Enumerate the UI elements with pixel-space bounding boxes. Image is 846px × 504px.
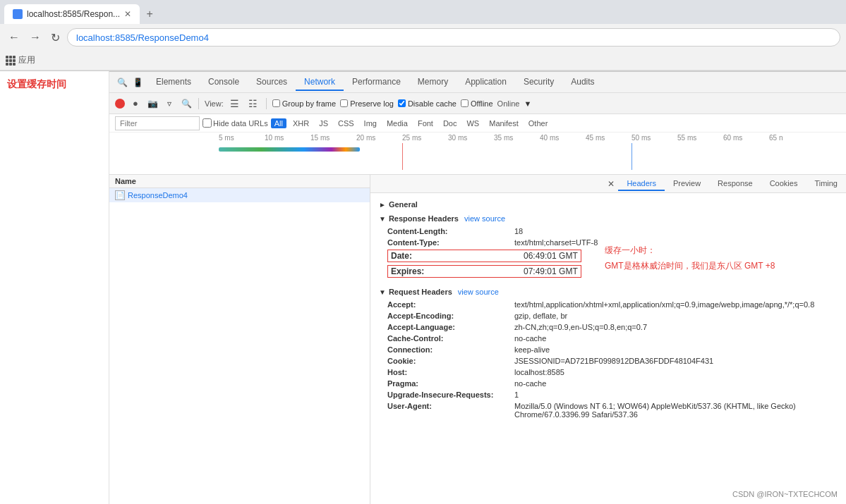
- timeline-marker-blue: [632, 143, 632, 170]
- tab-audits[interactable]: Audits: [562, 74, 603, 91]
- stop-icon[interactable]: ●: [129, 97, 142, 110]
- header-value-content-length: 18: [514, 227, 838, 235]
- tab-elements[interactable]: Elements: [147, 74, 200, 91]
- header-value-accept: text/html,application/xhtml+xml,applicat…: [514, 300, 838, 309]
- filter-type-img[interactable]: Img: [361, 118, 380, 128]
- disable-cache-checkbox[interactable]: Disable cache: [398, 99, 457, 108]
- filter-type-other[interactable]: Other: [525, 118, 552, 128]
- request-headers-view-source[interactable]: view source: [458, 288, 499, 296]
- header-row-upgrade: Upgrade-Insecure-Requests: 1: [379, 389, 838, 400]
- header-row-content-length: Content-Length: 18: [379, 226, 838, 237]
- view-list-icon[interactable]: ☰: [228, 97, 242, 111]
- preserve-log-checkbox[interactable]: Preserve log: [340, 99, 394, 108]
- header-row-cache-control: Cache-Control: no-cache: [379, 333, 838, 344]
- detail-tab-preview[interactable]: Preview: [665, 177, 709, 191]
- annotation-text-2: GMT是格林威治时间，我们是东八区 GMT +8: [605, 261, 775, 271]
- new-tab-button[interactable]: +: [140, 4, 159, 24]
- header-value-pragma: no-cache: [514, 379, 838, 388]
- header-name-expires: Expires:: [391, 266, 518, 276]
- filter-type-manifest[interactable]: Manifest: [485, 118, 522, 128]
- offline-checkbox[interactable]: Offline: [461, 99, 493, 108]
- request-row-responseDemo4[interactable]: 📄 ResponseDemo4: [109, 188, 370, 202]
- offline-input[interactable]: [461, 99, 469, 107]
- general-section-header[interactable]: ► General: [379, 197, 838, 211]
- tab-sources[interactable]: Sources: [248, 74, 296, 91]
- apps-button[interactable]: 应用: [6, 54, 35, 66]
- detail-tab-headers[interactable]: Headers: [618, 177, 665, 191]
- header-name-cache-control: Cache-Control:: [387, 334, 514, 343]
- group-by-frame-checkbox[interactable]: Group by frame: [272, 99, 336, 108]
- separator: [198, 98, 199, 109]
- record-button[interactable]: [115, 99, 125, 109]
- back-button[interactable]: ←: [6, 28, 23, 47]
- forward-button[interactable]: →: [27, 28, 44, 47]
- dropdown-icon[interactable]: ▼: [524, 99, 531, 108]
- header-name-content-length: Content-Length:: [387, 227, 514, 235]
- group-by-frame-input[interactable]: [272, 99, 280, 107]
- filter-type-font[interactable]: Font: [414, 118, 437, 128]
- tl-35ms: 35 ms: [494, 134, 540, 142]
- tab-console[interactable]: Console: [200, 74, 248, 91]
- tab-application[interactable]: Application: [457, 74, 515, 91]
- tl-60ms: 60 ms: [723, 134, 769, 142]
- device-icon[interactable]: 📱: [131, 75, 145, 90]
- tl-30ms: 30 ms: [448, 134, 494, 142]
- filter-type-media[interactable]: Media: [383, 118, 411, 128]
- view-label: View:: [205, 99, 224, 108]
- tab-security[interactable]: Security: [515, 74, 562, 91]
- search-icon[interactable]: 🔍: [180, 97, 193, 110]
- header-value-upgrade: 1: [514, 391, 838, 399]
- detail-tab-response[interactable]: Response: [709, 177, 761, 191]
- apps-grid-icon: [6, 56, 16, 66]
- filter-input[interactable]: [115, 116, 200, 130]
- refresh-button[interactable]: ↻: [48, 28, 63, 47]
- header-name-accept: Accept:: [387, 300, 514, 309]
- header-name-upgrade: Upgrade-Insecure-Requests:: [387, 391, 514, 399]
- network-toolbar: ● 📷 ▿ 🔍 View: ☰ ☷ Group by frame Preserv…: [109, 93, 846, 114]
- detail-close-button[interactable]: ✕: [604, 177, 618, 191]
- network-table: Name 📄 ResponseDemo4 ✕ Headers Preview R…: [109, 175, 846, 504]
- hide-data-urls-checkbox[interactable]: Hide data URLs: [203, 118, 268, 128]
- address-bar[interactable]: localhost:8585/ResponseDemo4: [67, 28, 840, 47]
- camera-icon[interactable]: 📷: [146, 97, 159, 110]
- tl-50ms: 50 ms: [632, 134, 677, 142]
- request-headers-label: Request Headers: [389, 288, 452, 296]
- filter-icon[interactable]: ▿: [163, 97, 176, 110]
- tab-network[interactable]: Network: [296, 74, 344, 91]
- header-name-cookie: Cookie:: [387, 357, 514, 365]
- filter-type-ws[interactable]: WS: [463, 118, 483, 128]
- browser-tab[interactable]: localhost:8585/Respon... ✕: [4, 4, 140, 24]
- tl-25ms: 25 ms: [402, 134, 448, 142]
- tab-close-button[interactable]: ✕: [124, 9, 131, 19]
- header-row-expires: Expires: 07:49:01 GMT GMT是格林威治时间，我们是东八区 …: [379, 264, 838, 279]
- filter-type-all[interactable]: All: [271, 118, 286, 128]
- devtools-panel: 🔍 📱 Elements Console Sources Network Per…: [109, 71, 846, 504]
- filter-type-css[interactable]: CSS: [334, 118, 358, 128]
- header-name-content-type: Content-Type:: [387, 238, 514, 247]
- preserve-log-input[interactable]: [340, 99, 348, 107]
- inspect-icon[interactable]: 🔍: [115, 75, 129, 90]
- response-headers-view-source[interactable]: view source: [464, 214, 505, 223]
- detail-tab-timing[interactable]: Timing: [806, 177, 846, 191]
- expires-highlighted-box: Expires: 07:49:01 GMT: [387, 265, 581, 278]
- view-detail-icon[interactable]: ☷: [246, 97, 260, 111]
- hide-data-urls-input[interactable]: [203, 118, 212, 128]
- detail-tab-cookies[interactable]: Cookies: [761, 177, 806, 191]
- tab-memory[interactable]: Memory: [409, 74, 457, 91]
- response-headers-label: Response Headers: [389, 214, 459, 223]
- tab-favicon: [13, 9, 23, 19]
- tab-performance[interactable]: Performance: [344, 74, 409, 91]
- request-name: ResponseDemo4: [128, 191, 188, 199]
- header-value-expires: 07:49:01 GMT: [524, 266, 578, 276]
- disable-cache-input[interactable]: [398, 99, 406, 107]
- filter-type-doc[interactable]: Doc: [440, 118, 461, 128]
- header-row-host: Host: localhost:8585: [379, 367, 838, 378]
- address-text: localhost:8585/ResponseDemo4: [76, 32, 209, 43]
- file-icon: 📄: [115, 190, 125, 200]
- online-label: Online: [497, 99, 520, 108]
- filter-type-xhr[interactable]: XHR: [289, 118, 313, 128]
- filter-type-js[interactable]: JS: [315, 118, 332, 128]
- header-row-connection: Connection: keep-alive: [379, 344, 838, 355]
- header-value-content-type: text/html;charset=UTF-8: [514, 238, 838, 247]
- detail-tabs: ✕ Headers Preview Response Cookies Timin…: [370, 175, 846, 193]
